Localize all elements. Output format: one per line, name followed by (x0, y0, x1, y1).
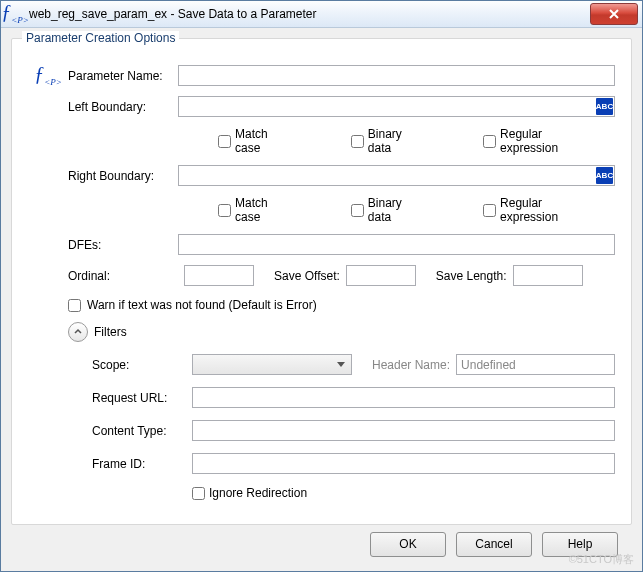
dfes-input[interactable] (178, 234, 615, 255)
dialog-footer: OK Cancel Help (11, 525, 632, 563)
close-icon (609, 9, 619, 19)
rb-regex-checkbox[interactable]: Regular expression (483, 196, 595, 224)
filters-label: Filters (94, 325, 127, 339)
function-icon: ƒ<P> (34, 67, 62, 85)
scope-label: Scope: (92, 358, 192, 372)
frame-id-label: Frame ID: (92, 457, 192, 471)
dfes-label: DFEs: (68, 238, 178, 252)
ok-button[interactable]: OK (370, 532, 446, 557)
filters-section: Scope: Header Name: Request URL: Con (92, 354, 615, 500)
chevron-down-icon (332, 356, 349, 373)
param-name-label: Parameter Name: (68, 69, 178, 83)
warn-label: Warn if text was not found (Default is E… (87, 298, 317, 312)
ordinal-input[interactable] (184, 265, 254, 286)
function-icon: ƒ<P> (7, 6, 23, 22)
param-name-input[interactable] (178, 65, 615, 86)
lb-binary-data-checkbox[interactable]: Binary data (351, 127, 423, 155)
close-button[interactable] (590, 3, 638, 25)
parameter-creation-group: Parameter Creation Options ƒ<P> Paramete… (11, 38, 632, 525)
ignore-redirection-checkbox[interactable]: Ignore Redirection (192, 486, 307, 500)
content-type-label: Content Type: (92, 424, 192, 438)
request-url-label: Request URL: (92, 391, 192, 405)
content-type-input[interactable] (192, 420, 615, 441)
cancel-button[interactable]: Cancel (456, 532, 532, 557)
scope-combo[interactable] (192, 354, 352, 375)
rb-binary-data-checkbox[interactable]: Binary data (351, 196, 423, 224)
right-boundary-input[interactable] (178, 165, 615, 186)
save-length-input[interactable] (513, 265, 583, 286)
header-name-label: Header Name: (372, 358, 450, 372)
request-url-input[interactable] (192, 387, 615, 408)
titlebar: ƒ<P> web_reg_save_param_ex - Save Data t… (1, 1, 642, 28)
right-boundary-label: Right Boundary: (68, 169, 178, 183)
frame-id-input[interactable] (192, 453, 615, 474)
warn-checkbox[interactable] (68, 299, 81, 312)
help-button[interactable]: Help (542, 532, 618, 557)
ordinal-label: Ordinal: (68, 269, 178, 283)
save-offset-input[interactable] (346, 265, 416, 286)
client-area: Parameter Creation Options ƒ<P> Paramete… (1, 28, 642, 571)
left-boundary-label: Left Boundary: (68, 100, 178, 114)
save-length-label: Save Length: (436, 269, 507, 283)
left-boundary-input[interactable] (178, 96, 615, 117)
save-offset-label: Save Offset: (274, 269, 340, 283)
window-title: web_reg_save_param_ex - Save Data to a P… (29, 7, 590, 21)
group-legend: Parameter Creation Options (22, 31, 179, 45)
dialog-window: ƒ<P> web_reg_save_param_ex - Save Data t… (0, 0, 643, 572)
header-name-input[interactable] (456, 354, 615, 375)
filters-toggle[interactable] (68, 322, 88, 342)
chevron-up-icon (74, 328, 82, 336)
rb-match-case-checkbox[interactable]: Match case (218, 196, 291, 224)
lb-regex-checkbox[interactable]: Regular expression (483, 127, 595, 155)
lb-match-case-checkbox[interactable]: Match case (218, 127, 291, 155)
abc-button[interactable]: ABC (596, 98, 613, 115)
abc-button[interactable]: ABC (596, 167, 613, 184)
